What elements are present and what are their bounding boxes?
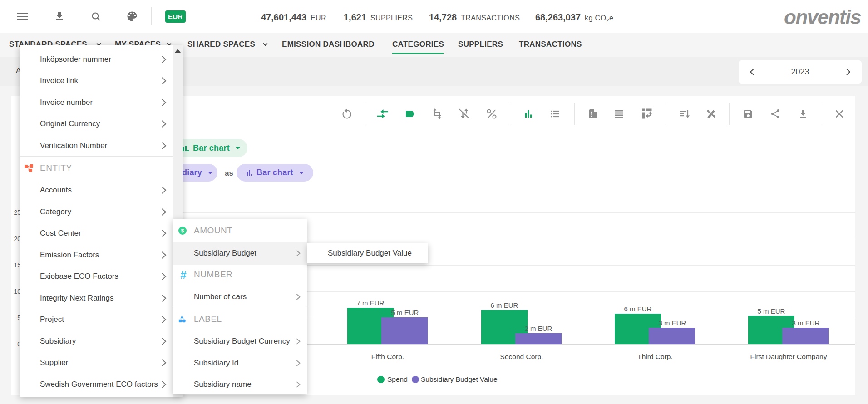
svg-text:$: $ (181, 228, 184, 233)
